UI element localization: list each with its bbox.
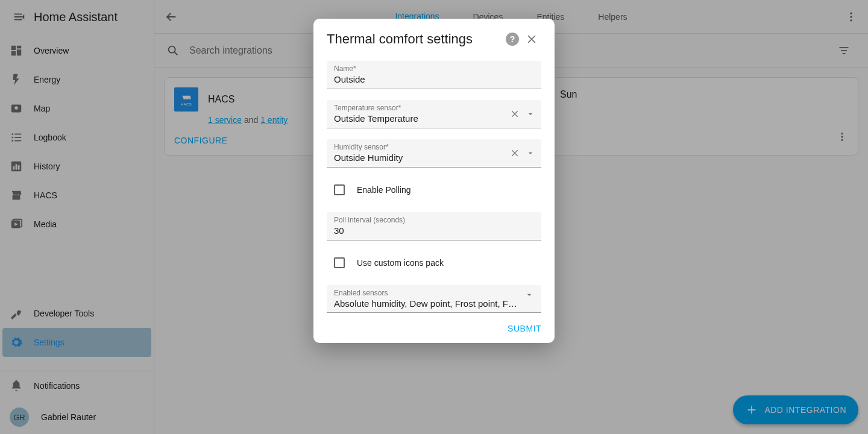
humidity-dropdown-button[interactable] bbox=[524, 147, 536, 159]
enable-polling-row: Enable Polling bbox=[327, 184, 541, 195]
chevron-down-icon bbox=[524, 290, 534, 300]
temperature-sensor-input[interactable] bbox=[334, 112, 500, 124]
temperature-sensor-label: Temperature sensor* bbox=[334, 104, 534, 112]
enabled-sensors-field[interactable]: Enabled sensors Absolute humidity, Dew p… bbox=[327, 285, 541, 313]
dialog-close-button[interactable] bbox=[522, 30, 541, 49]
name-input[interactable] bbox=[334, 73, 534, 84]
name-field[interactable]: Name* bbox=[327, 61, 541, 89]
custom-icons-checkbox[interactable] bbox=[334, 257, 345, 268]
enable-polling-label: Enable Polling bbox=[357, 185, 411, 195]
humidity-sensor-input[interactable] bbox=[334, 151, 500, 163]
enabled-sensors-dropdown-button[interactable] bbox=[524, 290, 534, 300]
enabled-sensors-value: Absolute humidity, Dew point, Frost poin… bbox=[334, 297, 520, 309]
close-icon bbox=[510, 109, 520, 119]
temperature-sensor-field[interactable]: Temperature sensor* bbox=[327, 100, 541, 128]
humidity-sensor-field[interactable]: Humidity sensor* bbox=[327, 139, 541, 168]
dialog-help-button[interactable]: ? bbox=[503, 30, 522, 49]
chevron-down-icon bbox=[526, 148, 535, 158]
temperature-clear-button[interactable] bbox=[509, 108, 521, 120]
poll-interval-input[interactable] bbox=[334, 224, 534, 236]
temperature-dropdown-button[interactable] bbox=[524, 108, 536, 120]
humidity-clear-button[interactable] bbox=[509, 147, 521, 159]
submit-button[interactable]: SUBMIT bbox=[508, 324, 541, 333]
close-icon bbox=[510, 148, 520, 158]
enable-polling-checkbox[interactable] bbox=[334, 184, 345, 195]
enabled-sensors-label: Enabled sensors bbox=[334, 289, 534, 297]
name-label: Name* bbox=[334, 64, 534, 73]
thermal-comfort-dialog: Thermal comfort settings ? Name* Tempera… bbox=[313, 19, 555, 343]
dialog-body: Name* Temperature sensor* Humidity senso… bbox=[313, 54, 555, 318]
dialog-title: Thermal comfort settings bbox=[327, 31, 503, 47]
close-icon bbox=[526, 33, 538, 45]
custom-icons-row: Use custom icons pack bbox=[327, 257, 541, 268]
dialog-actions: SUBMIT bbox=[313, 318, 555, 343]
humidity-sensor-label: Humidity sensor* bbox=[334, 143, 534, 151]
dialog-header: Thermal comfort settings ? bbox=[313, 19, 555, 54]
help-icon: ? bbox=[506, 33, 519, 46]
custom-icons-label: Use custom icons pack bbox=[357, 258, 444, 268]
poll-interval-field[interactable]: Poll interval (seconds) bbox=[327, 212, 541, 241]
chevron-down-icon bbox=[526, 109, 535, 119]
poll-interval-label: Poll interval (seconds) bbox=[334, 216, 534, 224]
